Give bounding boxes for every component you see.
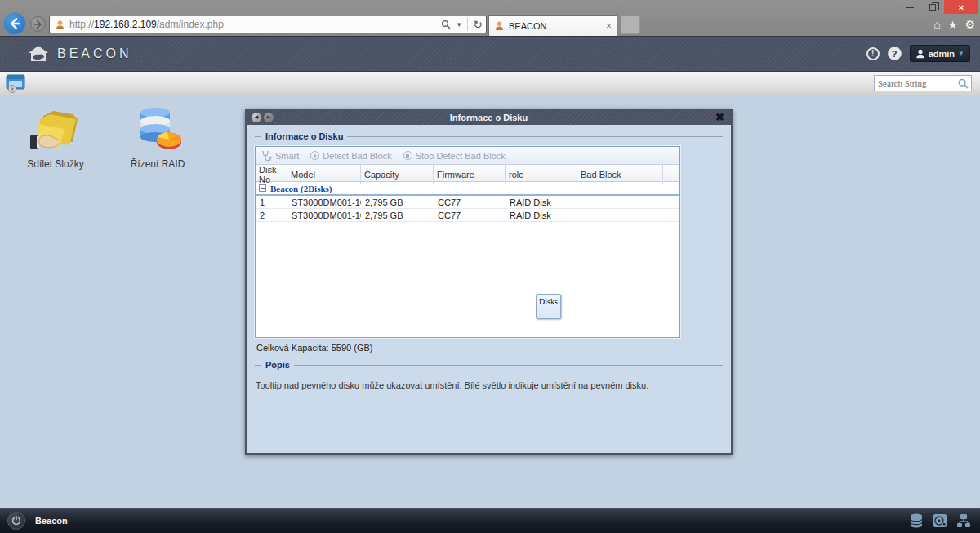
address-dropdown-icon[interactable]: ▼ bbox=[456, 21, 462, 29]
cell-bad-block bbox=[577, 209, 663, 221]
hard-drive-icon[interactable] bbox=[932, 513, 948, 529]
cell-disk-no: 2 bbox=[256, 209, 287, 221]
help-icon[interactable]: ? bbox=[888, 47, 902, 60]
address-search-icon[interactable] bbox=[441, 20, 451, 29]
cell-bad-block bbox=[577, 196, 663, 208]
stethoscope-icon bbox=[261, 150, 272, 162]
fieldset-legend: Informace o Disku bbox=[261, 131, 347, 142]
stop-icon bbox=[403, 151, 412, 160]
collapse-icon[interactable] bbox=[259, 184, 266, 192]
new-tab-button[interactable] bbox=[621, 16, 640, 34]
smart-button-label: Smart bbox=[275, 151, 299, 161]
app-toolbar bbox=[0, 72, 980, 95]
description-text: Tooltip nad pevného disku může ukazovat … bbox=[255, 375, 723, 398]
table-empty-area: Disks bbox=[256, 222, 679, 337]
window-controls: × bbox=[898, 0, 978, 14]
user-icon bbox=[915, 49, 925, 59]
favorites-star-icon[interactable]: ★ bbox=[948, 20, 958, 30]
notifications-icon[interactable]: ! bbox=[866, 47, 880, 60]
header-actions: ! ? admin ▼ bbox=[866, 45, 970, 62]
url-text: http://192.168.2.109/adm/index.php bbox=[69, 19, 441, 30]
cell-model: ST3000DM001-1CH1 bbox=[287, 209, 361, 221]
table-header-row: Disk No Model Capacity Firmware role Bad… bbox=[256, 165, 679, 182]
browser-chrome: http://192.168.2.109/adm/index.php ▼ ↻ B… bbox=[0, 0, 980, 36]
dialog-close-icon[interactable]: ✖ bbox=[715, 111, 724, 123]
browser-tab[interactable]: BEACON × bbox=[488, 15, 617, 36]
power-button[interactable] bbox=[7, 512, 25, 530]
cell-firmware: CC77 bbox=[434, 196, 506, 208]
table-row[interactable]: 2 ST3000DM001-1CH1 2,795 GB CC77 RAID Di… bbox=[256, 209, 679, 222]
total-capacity-text: Celková Kapacita: 5590 (GB) bbox=[256, 343, 721, 353]
disk-list-panel: Smart Detect Bad Block Stop Detect Bad B… bbox=[255, 146, 680, 338]
browser-back-button[interactable] bbox=[3, 12, 26, 35]
tab-title: BEACON bbox=[509, 21, 606, 31]
app-header: BEACON ! ? admin ▼ bbox=[0, 36, 980, 72]
network-icon[interactable] bbox=[956, 513, 972, 529]
site-favicon bbox=[55, 20, 65, 30]
disks-bay-button[interactable]: Disks bbox=[536, 294, 561, 319]
cell-capacity: 2,795 GB bbox=[361, 196, 434, 208]
disk-info-fieldset: Informace o Disku Smart bbox=[255, 136, 723, 353]
address-bar[interactable]: http://192.168.2.109/adm/index.php ▼ ↻ bbox=[49, 16, 487, 33]
show-desktop-button[interactable] bbox=[6, 74, 27, 93]
table-row[interactable]: 1 ST3000DM001-1CH1 2,795 GB CC77 RAID Di… bbox=[256, 196, 679, 209]
smart-button[interactable]: Smart bbox=[261, 150, 299, 162]
cell-model: ST3000DM001-1CH1 bbox=[287, 196, 361, 208]
cell-spacer bbox=[663, 209, 679, 221]
power-icon bbox=[11, 516, 21, 526]
tab-close-icon[interactable]: × bbox=[606, 20, 612, 32]
taskbar-tray bbox=[908, 513, 972, 529]
back-arrow-icon bbox=[9, 18, 20, 29]
raid-icon bbox=[131, 104, 185, 155]
desktop-icon-shared-folders[interactable]: Sdílet Složky bbox=[16, 104, 95, 170]
cell-role: RAID Disk bbox=[506, 209, 577, 221]
address-divider bbox=[467, 18, 468, 31]
disk-group-label: Beacon (2Disks) bbox=[270, 184, 332, 193]
brand-name: BEACON bbox=[57, 47, 132, 61]
settings-gear-icon[interactable]: ⚙ bbox=[964, 19, 975, 30]
address-bar-controls: ▼ ↻ bbox=[441, 18, 483, 31]
disk-actions-toolbar: Smart Detect Bad Block Stop Detect Bad B… bbox=[256, 147, 679, 165]
disk-stack-icon[interactable] bbox=[908, 513, 924, 529]
forward-arrow-icon bbox=[34, 20, 42, 29]
dialog-body: Informace o Disku Smart bbox=[247, 136, 731, 464]
brand: BEACON bbox=[28, 45, 132, 63]
window-restore-button[interactable] bbox=[921, 0, 944, 14]
cell-capacity: 2,795 GB bbox=[361, 209, 434, 221]
detect-bad-block-button[interactable]: Detect Bad Block bbox=[310, 151, 391, 161]
disk-info-dialog: ◄ ► Informace o Disku ✖ Informace o Disk… bbox=[245, 109, 733, 455]
dialog-titlebar[interactable]: ◄ ► Informace o Disku ✖ bbox=[247, 110, 731, 125]
user-menu[interactable]: admin ▼ bbox=[910, 45, 970, 62]
stop-detect-bad-block-button[interactable]: Stop Detect Bad Block bbox=[403, 151, 506, 161]
search-input[interactable] bbox=[875, 77, 958, 90]
fieldset-legend: Popis bbox=[261, 360, 294, 371]
cell-spacer bbox=[663, 196, 679, 208]
user-name: admin bbox=[929, 49, 955, 59]
browser-action-icons: ⌂ ★ ⚙ bbox=[933, 19, 975, 30]
url-scheme: http:// bbox=[69, 19, 94, 30]
desktop-window-icon bbox=[6, 74, 27, 93]
play-icon bbox=[310, 151, 319, 160]
tab-favicon bbox=[494, 20, 505, 31]
screen: http://192.168.2.109/adm/index.php ▼ ↻ B… bbox=[0, 0, 980, 533]
beacon-home-icon bbox=[28, 45, 49, 63]
cell-firmware: CC77 bbox=[434, 209, 506, 221]
url-path: /adm/index.php bbox=[157, 19, 224, 30]
stop-detect-bad-block-label: Stop Detect Bad Block bbox=[416, 151, 506, 161]
restore-icon bbox=[929, 4, 936, 11]
desktop-icon-raid-management[interactable]: Řízení RAID bbox=[118, 104, 197, 170]
taskbar: Beacon bbox=[0, 508, 980, 533]
search-icon[interactable] bbox=[958, 78, 969, 89]
disk-table: Disk No Model Capacity Firmware role Bad… bbox=[256, 165, 679, 337]
browser-forward-button[interactable] bbox=[30, 16, 46, 32]
dialog-title: Informace o Disku bbox=[247, 113, 731, 122]
window-minimize-button[interactable] bbox=[898, 0, 921, 14]
minimize-icon bbox=[906, 7, 914, 8]
disk-group-row[interactable]: Beacon (2Disks) bbox=[256, 182, 679, 196]
detect-bad-block-label: Detect Bad Block bbox=[323, 151, 391, 161]
cell-disk-no: 1 bbox=[256, 196, 287, 208]
window-close-button[interactable]: × bbox=[944, 0, 978, 14]
taskbar-app-label: Beacon bbox=[35, 516, 68, 526]
refresh-icon[interactable]: ↻ bbox=[473, 19, 483, 30]
home-icon[interactable]: ⌂ bbox=[933, 19, 940, 30]
